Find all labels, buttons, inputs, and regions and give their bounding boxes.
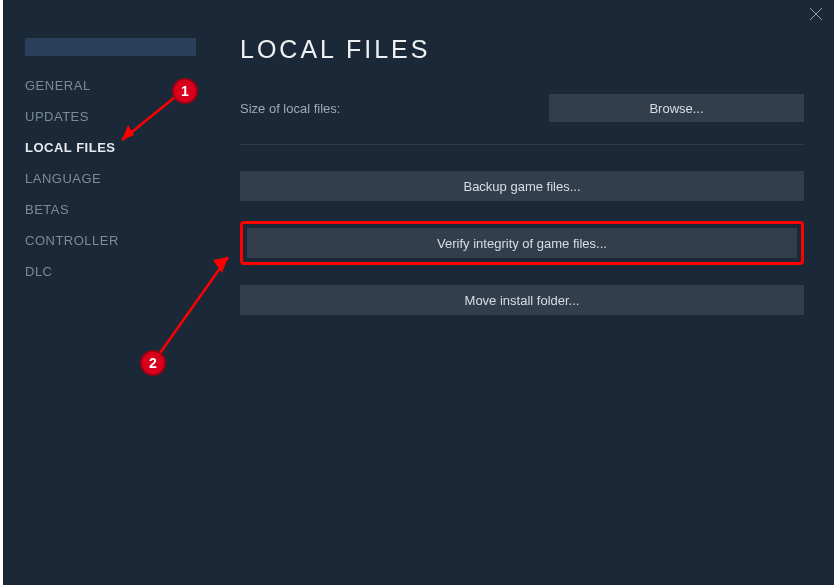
divider xyxy=(240,144,804,145)
nav-betas[interactable]: BETAS xyxy=(3,194,218,225)
svg-marker-5 xyxy=(213,257,228,273)
annotation-arrow-2 xyxy=(150,245,242,360)
annotation-marker-1: 1 xyxy=(172,78,198,104)
verify-highlight: Verify integrity of game files... xyxy=(240,221,804,265)
backup-button[interactable]: Backup game files... xyxy=(240,171,804,201)
browse-button[interactable]: Browse... xyxy=(549,94,804,122)
size-value xyxy=(352,100,452,116)
nav-language[interactable]: LANGUAGE xyxy=(3,163,218,194)
page-title: LOCAL FILES xyxy=(240,35,804,64)
svg-marker-3 xyxy=(122,125,134,140)
size-label: Size of local files: xyxy=(240,101,340,116)
sidebar-header-bar xyxy=(25,38,196,56)
annotation-marker-2: 2 xyxy=(140,350,166,376)
close-icon[interactable] xyxy=(808,6,824,22)
content-panel: LOCAL FILES Size of local files: Browse.… xyxy=(218,0,834,585)
size-row: Size of local files: Browse... xyxy=(240,94,804,122)
properties-window: GENERAL UPDATES LOCAL FILES LANGUAGE BET… xyxy=(3,0,834,585)
move-button[interactable]: Move install folder... xyxy=(240,285,804,315)
svg-line-4 xyxy=(160,257,228,353)
annotation-arrow-1 xyxy=(110,95,190,155)
verify-button[interactable]: Verify integrity of game files... xyxy=(247,228,797,258)
